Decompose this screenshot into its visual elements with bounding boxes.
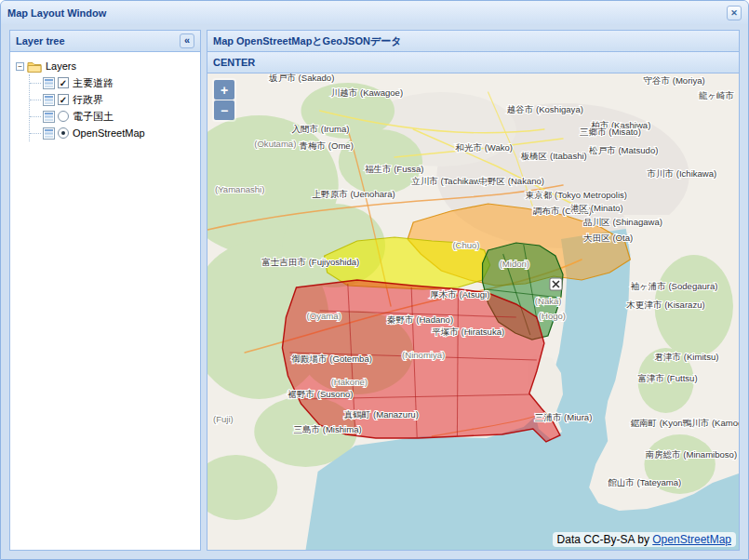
layer-tree-header: Layer tree « bbox=[10, 31, 200, 52]
folder-icon bbox=[27, 60, 42, 73]
layer-label: 行政界 bbox=[73, 93, 103, 107]
map-place-label: 富津市 (Futtsu) bbox=[637, 373, 697, 383]
layer-icon bbox=[43, 77, 55, 89]
layer-icon bbox=[43, 127, 55, 140]
tree-elbow bbox=[30, 83, 41, 84]
attribution-text: Data CC-By-SA by bbox=[557, 533, 653, 546]
openstreetmap-link[interactable]: OpenStreetMap bbox=[652, 533, 731, 546]
map-attribution: Data CC-By-SA by OpenStreetMap bbox=[553, 532, 736, 547]
map-place-label: (Chuo) bbox=[452, 240, 479, 250]
map-place-label: 南房総市 (Minamiboso) bbox=[645, 449, 737, 460]
map-place-label: (Midori) bbox=[500, 259, 529, 269]
tree-item-0[interactable]: ✓主要道路 bbox=[30, 74, 196, 91]
map-canvas[interactable]: 坂戸市 (Sakado)川越市 (Kawagoe)守谷市 (Moriya)龍ヶ崎… bbox=[207, 73, 739, 550]
layer-icon bbox=[43, 111, 55, 123]
center-panel: CENTER bbox=[207, 52, 739, 550]
zoom-in-button[interactable]: + bbox=[214, 80, 234, 100]
map-place-label: 川越市 (Kawagoe) bbox=[331, 87, 403, 98]
tree-elbow bbox=[30, 116, 41, 117]
map-place-label: 港区 (Minato) bbox=[570, 203, 623, 213]
map-place-label: 真鶴町 (Manazuru) bbox=[344, 409, 419, 420]
map-place-label: 鴨川市 (Kamogawa) bbox=[683, 418, 739, 428]
map-place-label: 館山市 (Tateyama) bbox=[608, 477, 681, 487]
tree-item-2[interactable]: 電子国土 bbox=[30, 108, 196, 125]
map-place-label: 和光市 (Wako) bbox=[454, 142, 513, 153]
map-place-label: 富士吉田市 (Fujiyoshida) bbox=[261, 257, 359, 267]
map-place-label: 板橋区 (Itabashi) bbox=[521, 151, 587, 161]
close-icon[interactable]: ✕ bbox=[727, 6, 742, 20]
layer-label: 主要道路 bbox=[73, 76, 114, 90]
tree-elbow bbox=[30, 100, 41, 100]
map-place-label: 三郷市 (Misato) bbox=[580, 127, 641, 137]
map-place-label: 大田区 (Ota) bbox=[583, 233, 633, 243]
map-place-label: 立川市 (Tachikawa) bbox=[411, 176, 488, 186]
zoom-control: + − bbox=[212, 78, 236, 122]
map-place-label: 坂戸市 (Sakado) bbox=[268, 73, 334, 83]
map-place-label: 厚木市 (Atsugi) bbox=[430, 289, 489, 300]
window-title: Map Layout Window bbox=[7, 7, 727, 19]
map-place-label: (Fuji) bbox=[213, 414, 234, 424]
window-titlebar[interactable]: Map Layout Window ✕ bbox=[1, 1, 748, 24]
layer-label: 電子国土 bbox=[73, 110, 114, 124]
map-place-label: (Ninomiya) bbox=[402, 350, 445, 360]
map-place-label: 中野区 (Nakano) bbox=[479, 176, 545, 186]
map-place-label: 入間市 (Iruma) bbox=[291, 124, 349, 134]
map-layout-window: Map Layout Window ✕ Layer tree « − Layer… bbox=[0, 0, 749, 560]
map-place-label: 三島市 (Mishima) bbox=[293, 424, 361, 434]
layer-tree-panel: Layer tree « − Layers ✓主要道路✓行政界電子国土OpenS… bbox=[9, 30, 201, 551]
map-place-label: 東京都 (Tokyo Metropolis) bbox=[526, 190, 627, 200]
map-place-label: 市川市 (Ichikawa) bbox=[646, 168, 716, 179]
map-place-label: (Hogo) bbox=[539, 311, 566, 321]
layer-tree-title: Layer tree bbox=[16, 35, 180, 47]
map-place-label: 上野原市 (Uenohara) bbox=[313, 189, 395, 199]
tree-item-3[interactable]: OpenStreetMap bbox=[30, 125, 196, 141]
map-place-label: 守谷市 (Moriya) bbox=[643, 75, 704, 86]
map-place-label: (Okutama) bbox=[254, 139, 296, 149]
map-place-label: 松戸市 (Matsudo) bbox=[588, 145, 658, 155]
map-place-label: 越谷市 (Koshigaya) bbox=[507, 104, 583, 114]
map-place-label: 御殿場市 (Gotemba) bbox=[291, 353, 371, 364]
collapse-panel-icon[interactable]: « bbox=[180, 33, 194, 48]
layer-radio[interactable] bbox=[58, 111, 69, 122]
map-place-label: (Hakone) bbox=[331, 377, 368, 387]
layer-label: OpenStreetMap bbox=[73, 127, 145, 139]
map-place-label: (Naka) bbox=[535, 296, 562, 306]
map-place-label: (Oyama) bbox=[307, 311, 341, 321]
tree-root-layers[interactable]: − Layers bbox=[16, 58, 196, 74]
map-place-label: 三浦市 (Miura) bbox=[535, 412, 592, 422]
map-panel-header: Map OpenStreetMapとGeoJSONデータ bbox=[207, 31, 739, 52]
map-marker-x[interactable] bbox=[550, 278, 562, 290]
map-place-label: 平塚市 (Hiratsuka) bbox=[432, 327, 504, 337]
layer-checkbox[interactable]: ✓ bbox=[58, 77, 69, 88]
center-panel-title: CENTER bbox=[213, 57, 733, 68]
map-place-label: 品川区 (Shinagawa) bbox=[583, 217, 662, 227]
map-place-label: (Yamanashi) bbox=[215, 184, 264, 194]
layer-tree: − Layers ✓主要道路✓行政界電子国土OpenStreetMap bbox=[10, 52, 200, 550]
map-place-label: 秦野市 (Hadano) bbox=[387, 314, 453, 325]
layer-checkbox[interactable]: ✓ bbox=[58, 94, 69, 105]
collapse-node-icon[interactable]: − bbox=[16, 62, 24, 71]
map-place-label: 青梅市 (Ome) bbox=[300, 140, 354, 151]
tree-item-1[interactable]: ✓行政界 bbox=[30, 91, 196, 108]
map-place-label: 君津市 (Kimitsu) bbox=[655, 352, 719, 362]
map-viewport[interactable]: 坂戸市 (Sakado)川越市 (Kawagoe)守谷市 (Moriya)龍ヶ崎… bbox=[207, 73, 739, 550]
map-panel-title: Map OpenStreetMapとGeoJSONデータ bbox=[213, 34, 733, 48]
map-place-label: 裾野市 (Susono) bbox=[287, 389, 353, 399]
map-place-label: 福生市 (Fussa) bbox=[365, 164, 424, 174]
map-panel: Map OpenStreetMapとGeoJSONデータ CENTER bbox=[207, 30, 740, 551]
tree-children: ✓主要道路✓行政界電子国土OpenStreetMap bbox=[29, 74, 196, 141]
center-panel-header: CENTER bbox=[207, 52, 739, 73]
zoom-out-button[interactable]: − bbox=[214, 100, 234, 120]
map-place-label: 龍ヶ崎市 bbox=[699, 90, 735, 100]
map-place-label: 袖ヶ浦市 (Sodegaura) bbox=[630, 281, 717, 291]
map-place-label: 木更津市 (Kisarazu) bbox=[626, 300, 704, 310]
layer-icon bbox=[43, 94, 55, 106]
tree-root-label: Layers bbox=[46, 60, 76, 72]
tree-elbow bbox=[30, 133, 41, 134]
layer-radio[interactable] bbox=[58, 127, 69, 139]
